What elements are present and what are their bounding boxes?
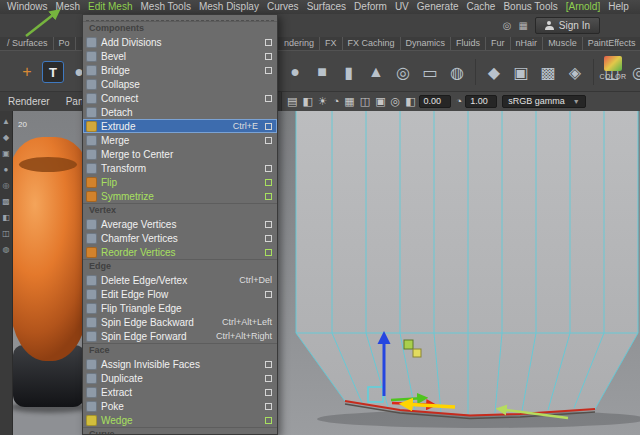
poly-plane-icon[interactable]: ▭ [418,60,442,84]
shelf-tab-fluids[interactable]: Fluids [451,37,486,50]
option-box[interactable] [265,165,272,172]
shelf-tab-ndering[interactable]: ndering [279,37,320,50]
vp-icon-7[interactable]: ▣ [375,92,385,111]
toolbox-icon-4[interactable]: ● [4,166,9,174]
shelf-tab-painteffects[interactable]: PaintEffects [583,37,640,50]
sync-icon[interactable]: ◎ [503,20,512,31]
toolbox-icon-7[interactable]: ◧ [2,214,10,222]
menu-item-average-vertices[interactable]: Average Vertices [83,217,277,231]
vp-icon-6[interactable]: ◫ [360,92,370,111]
vp-icon-5[interactable]: ▦ [344,92,354,111]
keep-faces-together-handle[interactable] [404,340,413,349]
menu-item-merge-to-center[interactable]: Merge to Center [83,147,277,161]
option-box[interactable] [265,179,272,186]
menu-item-delete-edge-vertex[interactable]: Delete Edge/VertexCtrl+Del [83,273,277,287]
option-box[interactable] [265,95,272,102]
menu-item-spin-edge-backward[interactable]: Spin Edge BackwardCtrl+Alt+Left [83,315,277,329]
menu-item-collapse[interactable]: Collapse [83,77,277,91]
option-box[interactable] [265,193,272,200]
layout-icon[interactable]: ▦ [518,20,527,31]
option-box[interactable] [265,291,272,298]
toolbox-icon-3[interactable]: ▣ [2,150,10,158]
vp-icon-3[interactable]: ☀ [318,92,328,111]
poly-icon-2[interactable]: ▣ [509,60,533,84]
offset-handle[interactable] [413,349,421,357]
poly-icon-1[interactable]: ◆ [482,60,506,84]
exposure-field[interactable]: ◧ 0.00 [405,92,450,111]
menubar-item-curves[interactable]: Curves [263,0,303,14]
panel-menu-renderer[interactable]: Renderer [0,96,58,107]
menu-item-extrude[interactable]: ExtrudeCtrl+E [83,119,277,133]
toolbox-icon-6[interactable]: ▩ [2,198,10,206]
menu-item-detach[interactable]: Detach [83,105,277,119]
toolbox-icon-5[interactable]: ◎ [3,182,10,190]
exposure-value[interactable]: 0.00 [419,95,451,108]
shelf-tab-po[interactable]: Po [54,37,76,50]
menu-item-add-divisions[interactable]: Add Divisions [83,35,277,49]
menubar-item-bonus-tools[interactable]: Bonus Tools [499,0,561,14]
menubar-item-windows[interactable]: Windows [3,0,52,14]
vp-icon-4[interactable]: ◔ [333,92,340,111]
option-box[interactable] [265,39,272,46]
menu-item-chamfer-vertices[interactable]: Chamfer Vertices [83,231,277,245]
side-viewport[interactable]: 20 [13,111,82,435]
option-box[interactable] [265,417,272,424]
menubar-item-surfaces[interactable]: Surfaces [303,0,350,14]
menu-item-transform[interactable]: Transform [83,161,277,175]
menu-item-extract[interactable]: Extract [83,385,277,399]
color-shelf-item[interactable]: COLOR [592,56,634,80]
menubar-item-arnold[interactable]: [Arnold] [562,0,604,14]
gamma-field[interactable]: ◔ 1.00 [456,92,498,111]
menu-item-merge[interactable]: Merge [83,133,277,147]
menu-item-duplicate[interactable]: Duplicate [83,371,277,385]
menubar-item-mesh[interactable]: Mesh [52,0,84,14]
shelf-tab-fur[interactable]: Fur [486,37,511,50]
menubar-item-help[interactable]: Help [604,0,633,14]
menubar-item-uv[interactable]: UV [391,0,413,14]
menu-item-bridge[interactable]: Bridge [83,63,277,77]
menubar-item-generate[interactable]: Generate [413,0,463,14]
toolbox-icon-2[interactable]: ◆ [3,134,9,142]
axes-icon[interactable]: + [15,60,39,84]
shelf-tab-surfaces[interactable]: / Surfaces [2,37,54,50]
shelf-tab-dynamics[interactable]: Dynamics [401,37,452,50]
menu-item-flip-triangle-edge[interactable]: Flip Triangle Edge [83,301,277,315]
option-box[interactable] [265,361,272,368]
menu-item-spin-edge-forward[interactable]: Spin Edge ForwardCtrl+Alt+Right [83,329,277,343]
option-box[interactable] [265,403,272,410]
menu-item-edit-edge-flow[interactable]: Edit Edge Flow [83,287,277,301]
poly-disc-icon[interactable]: ◍ [445,60,469,84]
view-transform-dropdown[interactable]: sRGB gamma ▼ [502,95,585,108]
option-box[interactable] [265,53,272,60]
menu-item-reorder-vertices[interactable]: Reorder Vertices [83,245,277,259]
shelf-tab-nhair[interactable]: nHair [511,37,544,50]
menu-item-flip[interactable]: Flip [83,175,277,189]
option-box[interactable] [265,67,272,74]
option-box[interactable] [265,123,272,130]
type-tool-icon[interactable]: T [42,61,64,83]
poly-cube-icon[interactable]: ■ [310,60,334,84]
option-box[interactable] [265,235,272,242]
menu-item-poke[interactable]: Poke [83,399,277,413]
shelf-tab-fx[interactable]: FX [320,37,343,50]
vp-icon-2[interactable]: ◧ [302,92,312,111]
vp-icon-8[interactable]: ◎ [391,92,401,111]
orange-vase-model[interactable] [13,137,82,361]
toolbox-icon-9[interactable]: ◍ [3,246,10,254]
menu-item-bevel[interactable]: Bevel [83,49,277,63]
gamma-value[interactable]: 1.00 [465,95,497,108]
menu-item-wedge[interactable]: Wedge [83,413,277,427]
menubar-item-deform[interactable]: Deform [350,0,391,14]
poly-torus-icon[interactable]: ◎ [391,60,415,84]
menubar-item-edit-mesh[interactable]: Edit Mesh [84,0,136,14]
vp-icon-1[interactable]: ▤ [287,92,297,111]
shelf-tab-muscle[interactable]: Muscle [543,37,583,50]
poly-icon-3[interactable]: ▩ [536,60,560,84]
shelf-tab-fx-caching[interactable]: FX Caching [343,37,401,50]
menu-item-symmetrize[interactable]: Symmetrize [83,189,277,203]
menubar-item-cache[interactable]: Cache [463,0,500,14]
poly-sphere-icon[interactable]: ● [283,60,307,84]
menu-item-assign-invisible-faces[interactable]: Assign Invisible Faces [83,357,277,371]
toolbox-icon-8[interactable]: ◫ [2,230,10,238]
menubar-item-mesh-tools[interactable]: Mesh Tools [137,0,195,14]
